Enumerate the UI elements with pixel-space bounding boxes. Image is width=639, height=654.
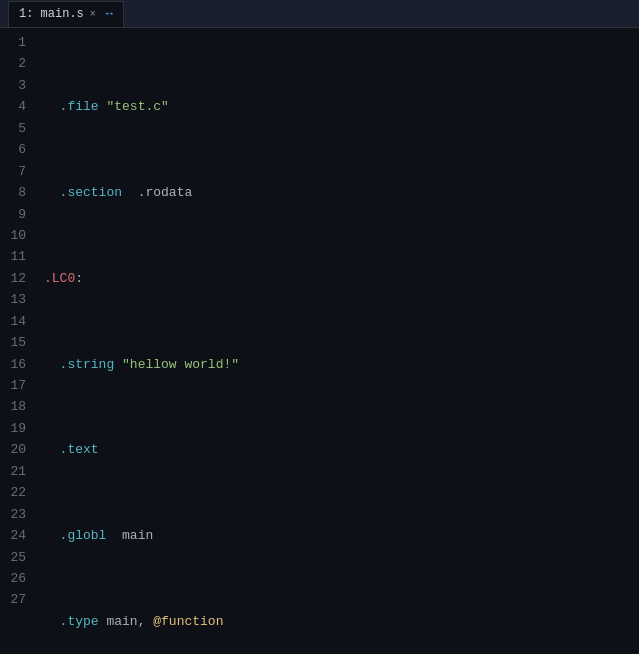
line-num-25: 25 [0, 547, 36, 568]
code-content[interactable]: .file "test.c" .section .rodata .LC0: .s… [36, 28, 639, 654]
line-num-12: 12 [0, 268, 36, 289]
line-num-9: 9 [0, 204, 36, 225]
line-num-7: 7 [0, 161, 36, 182]
line-num-26: 26 [0, 568, 36, 589]
close-icon[interactable]: × [90, 9, 96, 20]
file-tab[interactable]: 1: main.s × ↔ [8, 1, 124, 27]
line-num-24: 24 [0, 525, 36, 546]
tab-bar: 1: main.s × ↔ [0, 0, 639, 28]
line-num-6: 6 [0, 139, 36, 160]
code-line-4: .string "hellow world!" [44, 354, 639, 375]
line-num-22: 22 [0, 482, 36, 503]
line-num-11: 11 [0, 246, 36, 267]
line-numbers: 1 2 3 4 5 6 7 8 9 10 11 12 13 14 15 16 1… [0, 28, 36, 654]
line-num-19: 19 [0, 418, 36, 439]
line-num-18: 18 [0, 396, 36, 417]
line-num-27: 27 [0, 589, 36, 610]
line-num-4: 4 [0, 96, 36, 117]
code-line-2: .section .rodata [44, 182, 639, 203]
code-line-5: .text [44, 439, 639, 460]
line-num-3: 3 [0, 75, 36, 96]
tab-filename: 1: main.s [19, 7, 84, 21]
line-num-1: 1 [0, 32, 36, 53]
code-area: 1 2 3 4 5 6 7 8 9 10 11 12 13 14 15 16 1… [0, 28, 639, 654]
line-num-14: 14 [0, 311, 36, 332]
line-num-16: 16 [0, 354, 36, 375]
code-line-7: .type main, @function [44, 611, 639, 632]
line-num-17: 17 [0, 375, 36, 396]
line-num-2: 2 [0, 53, 36, 74]
arrow-icon[interactable]: ↔ [106, 7, 113, 21]
line-num-5: 5 [0, 118, 36, 139]
line-num-21: 21 [0, 461, 36, 482]
code-line-3: .LC0: [44, 268, 639, 289]
line-num-13: 13 [0, 289, 36, 310]
line-num-10: 10 [0, 225, 36, 246]
code-line-1: .file "test.c" [44, 96, 639, 117]
line-num-23: 23 [0, 504, 36, 525]
line-num-20: 20 [0, 439, 36, 460]
line-num-15: 15 [0, 332, 36, 353]
line-num-8: 8 [0, 182, 36, 203]
code-line-6: .globl main [44, 525, 639, 546]
